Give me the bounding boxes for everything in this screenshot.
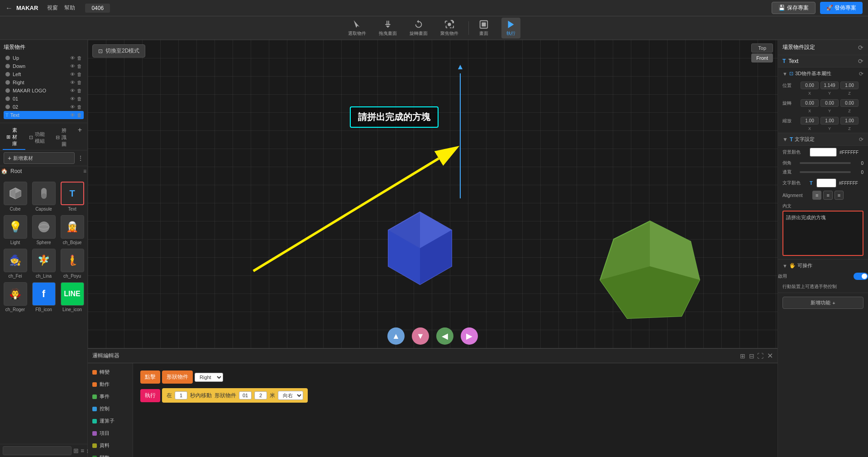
tab-assets[interactable]: ⊞素材庫 bbox=[3, 125, 25, 150]
selected-item-reset[interactable]: ⟳ bbox=[858, 58, 863, 65]
rot-x-input[interactable] bbox=[801, 99, 819, 107]
mode-2d-button[interactable]: ⊡ 切換至2D模式 bbox=[92, 44, 145, 58]
logic-cat-event[interactable]: 事件 bbox=[88, 390, 133, 403]
scale-x-input[interactable] bbox=[801, 117, 819, 125]
tab-modules[interactable]: ⊡功能模組 bbox=[25, 125, 52, 150]
operate-header[interactable]: ▼ 🖐 可操作 bbox=[778, 260, 868, 272]
scene-item-02[interactable]: 02👁🗑 bbox=[4, 103, 84, 111]
nav-down-button[interactable]: ▼ bbox=[412, 327, 429, 345]
rot-y-input[interactable] bbox=[820, 99, 839, 107]
scene-item-right[interactable]: Right👁🗑 bbox=[4, 78, 84, 87]
asset-root[interactable]: 🏠 Root ≡ bbox=[0, 166, 87, 176]
toolbar: 選取物件 拖曳畫面 旋轉畫面 聚焦物件 畫面 執行 bbox=[0, 16, 868, 40]
tool-frame[interactable]: 畫面 bbox=[479, 19, 489, 37]
tool-rotate[interactable]: 旋轉畫面 bbox=[410, 19, 428, 37]
tab-recognition[interactable]: ⊟辨識圖 bbox=[52, 125, 75, 150]
asset-ch-bojue[interactable]: 🧝 ch_Bojue bbox=[60, 215, 85, 245]
logic-icon-2[interactable]: ⊟ bbox=[749, 352, 754, 360]
menu-item-window[interactable]: 視窗 bbox=[47, 4, 58, 12]
asset-sphere[interactable]: Sphere bbox=[31, 215, 56, 245]
tool-focus[interactable]: 聚焦物件 bbox=[440, 19, 458, 37]
tool-run[interactable]: 執行 bbox=[501, 18, 520, 38]
scene-item-text[interactable]: TText👁🗑 bbox=[4, 111, 84, 119]
logic-cat-transform[interactable]: 轉變 bbox=[88, 366, 133, 378]
pos-x-input[interactable] bbox=[801, 82, 819, 89]
align-right-button[interactable]: ≡ bbox=[835, 191, 844, 200]
scene-item-left[interactable]: Left👁🗑 bbox=[4, 70, 84, 78]
content-textarea[interactable]: 請拼出完成的方塊 bbox=[782, 211, 863, 256]
logic-cat-control[interactable]: 控制 bbox=[88, 403, 133, 415]
asset-text[interactable]: T Text bbox=[60, 182, 85, 212]
asset-fb-icon[interactable]: f FB_icon bbox=[31, 282, 56, 312]
y-axis-arrow bbox=[458, 65, 463, 69]
text-settings-header[interactable]: ▼ T 文字設定 ⟳ bbox=[778, 133, 868, 146]
save-button[interactable]: 💾 保存專案 bbox=[772, 2, 815, 14]
rot-z-input[interactable] bbox=[840, 99, 858, 107]
logic-block-trigger[interactable]: 點擊 bbox=[140, 370, 160, 384]
scale-y-input[interactable] bbox=[820, 117, 839, 125]
pos-y-input[interactable] bbox=[820, 82, 839, 89]
tool-pan[interactable]: 拖曳畫面 bbox=[379, 19, 397, 37]
list-view-icon[interactable]: ≡ bbox=[81, 447, 84, 454]
publish-button[interactable]: 🚀 發佈專案 bbox=[820, 2, 863, 14]
text-settings-reset[interactable]: ⟳ bbox=[859, 136, 863, 143]
scene-item-01[interactable]: 01👁🗑 bbox=[4, 95, 84, 103]
add-asset-button[interactable]: + bbox=[75, 125, 85, 150]
logic-action-details[interactable]: 在 秒內移動 形狀物件 米 向右 向左 向上 bbox=[162, 388, 308, 403]
asset-ch-fei[interactable]: 🧙 ch_Fei bbox=[3, 249, 28, 279]
basic-attributes-header[interactable]: ▼ ⊡ 3D物件基本屬性 ⟳ bbox=[778, 67, 868, 80]
logic-sec-input[interactable] bbox=[175, 391, 187, 399]
logic-dir2-select[interactable]: 向右 向左 向上 向下 bbox=[278, 391, 303, 400]
bg-color-swatch[interactable] bbox=[810, 148, 837, 157]
add-function-button[interactable]: 新增功能 + bbox=[782, 297, 863, 309]
logic-block-action[interactable]: 執行 bbox=[140, 389, 160, 402]
border-slider[interactable] bbox=[800, 171, 851, 173]
back-btn[interactable]: ← bbox=[5, 4, 13, 12]
basic-reset-icon[interactable]: ⟳ bbox=[859, 71, 863, 77]
asset-line-icon[interactable]: LINE Line_icon bbox=[60, 282, 85, 312]
nav-left-button[interactable]: ◀ bbox=[436, 327, 453, 345]
asset-ch-poyu[interactable]: 🧜 ch_Poyu bbox=[60, 249, 85, 279]
logic-cat-operator[interactable]: 運算子 bbox=[88, 415, 133, 427]
search-input[interactable] bbox=[3, 446, 72, 455]
view-front[interactable]: Front bbox=[751, 53, 773, 63]
corner-slider[interactable] bbox=[800, 162, 851, 164]
topbar: ← MAKAR 視窗 幫助 0406 💾 保存專案 🚀 發佈專案 bbox=[0, 0, 868, 16]
logic-cat-variable[interactable]: 變數 bbox=[88, 452, 133, 457]
tab-0406[interactable]: 0406 bbox=[85, 4, 110, 13]
font-color-swatch[interactable] bbox=[816, 178, 836, 188]
logic-obj-input[interactable] bbox=[239, 391, 252, 399]
scene-item-up[interactable]: Up👁🗑 bbox=[4, 54, 84, 62]
logic-expand-button[interactable]: ⛶ bbox=[757, 352, 763, 360]
tool-select[interactable]: 選取物件 bbox=[348, 19, 366, 37]
content-row: 內文 請拼出完成的方塊 bbox=[778, 201, 868, 259]
logic-dist-input[interactable] bbox=[254, 391, 267, 399]
asset-ch-lina[interactable]: 🧚 ch_Lina bbox=[31, 249, 56, 279]
logic-cat-item[interactable]: 項目 bbox=[88, 427, 133, 439]
nav-up-button[interactable]: ▲ bbox=[387, 327, 405, 345]
menu-item-help[interactable]: 幫助 bbox=[64, 4, 75, 12]
logic-block-shape[interactable]: 形狀物件 bbox=[162, 370, 193, 384]
right-panel-reset[interactable]: ⟳ bbox=[858, 44, 863, 51]
scale-z-input[interactable] bbox=[840, 117, 858, 125]
scene-item-down[interactable]: Down👁🗑 bbox=[4, 62, 84, 70]
asset-ch-roger[interactable]: 🧛 ch_Roger bbox=[3, 282, 28, 312]
logic-cat-action[interactable]: 動作 bbox=[88, 378, 133, 390]
align-center-button[interactable]: ≡ bbox=[823, 191, 832, 200]
asset-light[interactable]: 💡 Light bbox=[3, 215, 28, 245]
enable-toggle[interactable] bbox=[854, 273, 868, 280]
view-top[interactable]: Top bbox=[751, 43, 773, 53]
logic-icon-1[interactable]: ⊞ bbox=[740, 352, 745, 360]
nav-right-button[interactable]: ▶ bbox=[461, 327, 478, 345]
asset-capsule[interactable]: Capsule bbox=[31, 182, 56, 212]
scene-item-makar-logo[interactable]: MAKAR LOGO👁🗑 bbox=[4, 87, 84, 95]
grid-view-icon[interactable]: ⊞ bbox=[73, 447, 79, 454]
asset-cube[interactable]: Cube bbox=[3, 182, 28, 212]
align-left-button[interactable]: ≡ bbox=[812, 191, 821, 200]
logic-direction-select[interactable]: Right Left Up Down bbox=[195, 373, 223, 382]
sort-icon[interactable]: ⋮ bbox=[77, 154, 84, 162]
new-asset-button[interactable]: + 新增素材 bbox=[4, 152, 75, 164]
logic-cat-data[interactable]: 資料 bbox=[88, 439, 133, 452]
pos-z-input[interactable] bbox=[840, 82, 858, 89]
logic-close-button[interactable]: ✕ bbox=[767, 351, 773, 360]
